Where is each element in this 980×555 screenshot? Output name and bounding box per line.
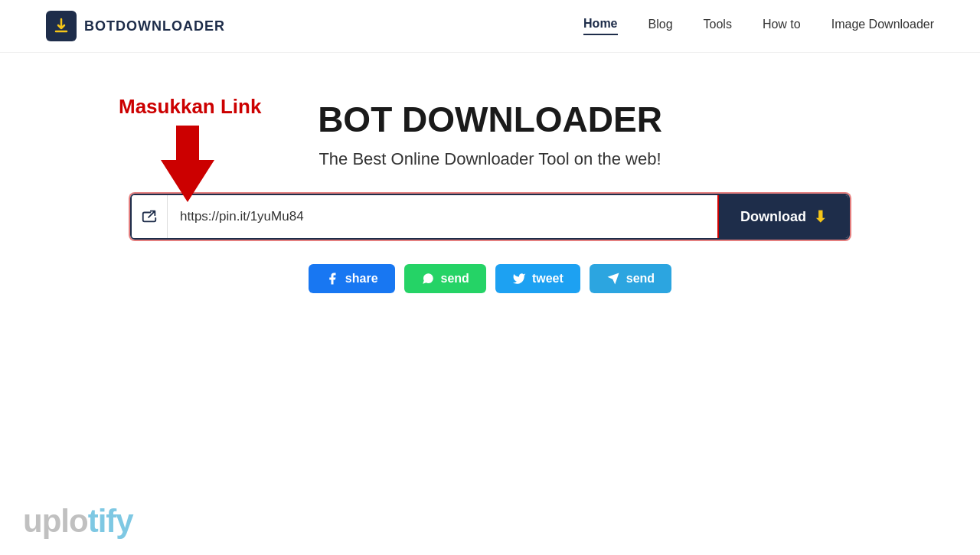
facebook-share-label: share [345, 272, 378, 286]
twitter-tweet-button[interactable]: tweet [495, 264, 580, 293]
watermark-part3: tify [88, 503, 133, 539]
watermark-part2: lo [60, 503, 87, 539]
logo-text: BOTDOWNLOADER [84, 18, 225, 34]
nav-item-blog[interactable]: Blog [648, 18, 673, 34]
telegram-send-button[interactable]: send [590, 264, 671, 293]
whatsapp-send-button[interactable]: send [404, 264, 486, 293]
search-bar: Download ⬇ [130, 194, 850, 240]
nav-item-home[interactable]: Home [583, 17, 617, 35]
main-content: Masukkan Link BOT DOWNLOADER The Best On… [0, 53, 980, 293]
download-button-label: Download [740, 209, 806, 225]
watermark: uplotify [23, 503, 133, 540]
telegram-send-label: send [626, 272, 655, 286]
twitter-tweet-label: tweet [532, 272, 564, 286]
watermark-part1: up [23, 503, 60, 539]
arrow-indicator [161, 126, 214, 205]
url-input[interactable] [168, 195, 719, 238]
whatsapp-send-label: send [441, 272, 469, 286]
nav-item-image-downloader[interactable]: Image Downloader [831, 18, 934, 34]
hero-subtitle: The Best Online Downloader Tool on the w… [318, 149, 661, 169]
header: BOTDOWNLOADER Home Blog Tools How to Ima… [0, 0, 980, 53]
facebook-share-button[interactable]: share [309, 264, 395, 293]
download-bolt-icon: ⬇ [814, 207, 827, 226]
nav-item-tools[interactable]: Tools [704, 18, 732, 34]
masukkan-label: Masukkan Link [119, 95, 261, 119]
svg-marker-0 [161, 126, 214, 202]
hero-title: BOT DOWNLOADER [318, 99, 662, 140]
download-button[interactable]: Download ⬇ [719, 195, 848, 238]
logo: BOTDOWNLOADER [46, 11, 225, 41]
share-buttons: share send tweet send [309, 264, 671, 293]
main-nav: Home Blog Tools How to Image Downloader [583, 17, 934, 35]
logo-icon [46, 11, 77, 41]
nav-item-howto[interactable]: How to [763, 18, 801, 34]
